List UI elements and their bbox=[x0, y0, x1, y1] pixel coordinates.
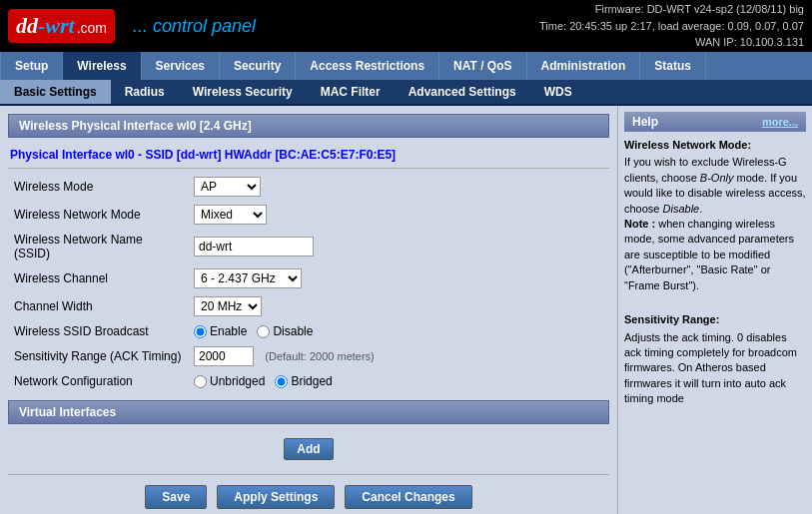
add-button-row: Add bbox=[8, 430, 609, 468]
ssid-broadcast-radio-group: Enable Disable bbox=[194, 324, 603, 338]
field-label-ssid-broadcast: Wireless SSID Broadcast bbox=[8, 320, 188, 342]
ssid-broadcast-enable-radio[interactable] bbox=[194, 325, 207, 338]
header: dd-wrt.com ... control panel Firmware: D… bbox=[0, 0, 812, 52]
logo-box: dd-wrt.com bbox=[8, 9, 115, 43]
tab-basic-settings[interactable]: Basic Settings bbox=[0, 80, 111, 104]
nav-security[interactable]: Security bbox=[220, 52, 296, 80]
network-config-bridged-label[interactable]: Bridged bbox=[275, 374, 332, 388]
field-value-sensitivity: (Default: 2000 meters) bbox=[188, 342, 609, 370]
logo-wrt: -wrt bbox=[38, 13, 75, 38]
logo-com: .com bbox=[77, 20, 107, 36]
wireless-channel-select[interactable]: 6 - 2.437 GHz 1 - 2.412 GHz 11 - 2.462 G… bbox=[194, 268, 302, 288]
help-section-title-2: Sensitivity Range: bbox=[624, 312, 806, 327]
channel-width-select[interactable]: 20 MHz 40 MHz bbox=[194, 296, 262, 316]
wan-ip-text: WAN IP: 10.100.3.131 bbox=[539, 34, 804, 51]
network-config-radio-group: Unbridged Bridged bbox=[194, 374, 603, 388]
table-row: Channel Width 20 MHz 40 MHz bbox=[8, 292, 609, 320]
help-section-body-2: Adjusts the ack timing. 0 disables ack t… bbox=[624, 330, 806, 407]
ssid-broadcast-disable-radio[interactable] bbox=[257, 325, 270, 338]
nav-wireless[interactable]: Wireless bbox=[63, 52, 141, 80]
save-button[interactable]: Save bbox=[145, 485, 207, 509]
field-label-ssid: Wireless Network Name (SSID) bbox=[8, 229, 188, 264]
ssid-broadcast-disable-label[interactable]: Disable bbox=[257, 324, 313, 338]
ssid-broadcast-enable-label[interactable]: Enable bbox=[194, 324, 247, 338]
help-panel: Help more... Wireless Network Mode: If y… bbox=[617, 106, 812, 514]
field-label-channel: Wireless Channel bbox=[8, 264, 188, 292]
field-label-channel-width: Channel Width bbox=[8, 292, 188, 320]
table-row: Wireless Network Mode Mixed B-Only G-Onl… bbox=[8, 201, 609, 229]
field-label-wireless-mode: Wireless Mode bbox=[8, 173, 188, 201]
table-row: Network Configuration Unbridged Bridged bbox=[8, 370, 609, 392]
nav-nat-qos[interactable]: NAT / QoS bbox=[439, 52, 526, 80]
apply-settings-button[interactable]: Apply Settings bbox=[217, 485, 335, 509]
tab-advanced-settings[interactable]: Advanced Settings bbox=[395, 80, 530, 104]
virtual-interfaces-header: Virtual Interfaces bbox=[8, 400, 609, 424]
time-text: Time: 20:45:35 up 2:17, load average: 0.… bbox=[539, 18, 804, 35]
field-value-ssid bbox=[188, 229, 609, 264]
cancel-changes-button[interactable]: Cancel Changes bbox=[345, 485, 471, 509]
virtual-interfaces-section: Virtual Interfaces Add bbox=[8, 400, 609, 468]
network-config-unbridged-label[interactable]: Unbridged bbox=[194, 374, 265, 388]
help-title: Help bbox=[632, 115, 658, 129]
firmware-text: Firmware: DD-WRT v24-sp2 (12/08/11) big bbox=[539, 1, 804, 18]
logo-dd: dd bbox=[16, 13, 38, 38]
action-bar: Save Apply Settings Cancel Changes bbox=[8, 474, 609, 514]
nav-services[interactable]: Services bbox=[142, 52, 220, 80]
network-config-bridged-radio[interactable] bbox=[275, 375, 288, 388]
main-content: Wireless Physical Interface wl0 [2.4 GHz… bbox=[0, 106, 617, 514]
add-virtual-interface-button[interactable]: Add bbox=[284, 438, 333, 460]
help-content: Wireless Network Mode: If you wish to ex… bbox=[624, 138, 806, 407]
help-section-title-1: Wireless Network Mode: bbox=[624, 138, 806, 153]
table-row: Wireless Network Name (SSID) bbox=[8, 229, 609, 264]
content-wrapper: Wireless Physical Interface wl0 [2.4 GHz… bbox=[0, 106, 812, 514]
table-row: Wireless Mode AP Client Ad-Hoc bbox=[8, 173, 609, 201]
field-value-channel: 6 - 2.437 GHz 1 - 2.412 GHz 11 - 2.462 G… bbox=[188, 264, 609, 292]
field-value-network-mode: Mixed B-Only G-Only N-Only Disabled bbox=[188, 201, 609, 229]
table-row: Wireless SSID Broadcast Enable Disable bbox=[8, 320, 609, 342]
nav-setup[interactable]: Setup bbox=[0, 52, 63, 80]
ssid-input[interactable] bbox=[194, 237, 314, 257]
table-row: Wireless Channel 6 - 2.437 GHz 1 - 2.412… bbox=[8, 264, 609, 292]
header-info: Firmware: DD-WRT v24-sp2 (12/08/11) big … bbox=[539, 1, 804, 51]
table-row: Sensitivity Range (ACK Timing) (Default:… bbox=[8, 342, 609, 370]
help-section-body-1: If you wish to exclude Wireless-G client… bbox=[624, 155, 806, 293]
logo-area: dd-wrt.com ... control panel bbox=[8, 9, 256, 43]
control-panel-text: ... control panel bbox=[133, 16, 256, 37]
help-header: Help more... bbox=[624, 112, 806, 132]
help-more-link[interactable]: more... bbox=[762, 116, 798, 128]
field-label-sensitivity: Sensitivity Range (ACK Timing) bbox=[8, 342, 188, 370]
wireless-mode-select[interactable]: AP Client Ad-Hoc bbox=[194, 177, 261, 197]
network-config-unbridged-radio[interactable] bbox=[194, 375, 207, 388]
nav-status[interactable]: Status bbox=[640, 52, 706, 80]
field-label-network-mode: Wireless Network Mode bbox=[8, 201, 188, 229]
tab-radius[interactable]: Radius bbox=[111, 80, 179, 104]
field-label-network-config: Network Configuration bbox=[8, 370, 188, 392]
field-value-wireless-mode: AP Client Ad-Hoc bbox=[188, 173, 609, 201]
sensitivity-input[interactable] bbox=[194, 346, 254, 366]
main-nav: Setup Wireless Services Security Access … bbox=[0, 52, 812, 80]
nav-administration[interactable]: Administration bbox=[527, 52, 641, 80]
field-value-channel-width: 20 MHz 40 MHz bbox=[188, 292, 609, 320]
sensitivity-default-note: (Default: 2000 meters) bbox=[257, 350, 374, 362]
tab-wds[interactable]: WDS bbox=[530, 80, 586, 104]
field-value-network-config: Unbridged Bridged bbox=[188, 370, 609, 392]
wireless-network-mode-select[interactable]: Mixed B-Only G-Only N-Only Disabled bbox=[194, 205, 267, 225]
tab-wireless-security[interactable]: Wireless Security bbox=[179, 80, 307, 104]
settings-table: Wireless Mode AP Client Ad-Hoc Wireless … bbox=[8, 173, 609, 392]
physical-interface-header: Physical Interface wl0 - SSID [dd-wrt] H… bbox=[8, 144, 609, 169]
field-value-ssid-broadcast: Enable Disable bbox=[188, 320, 609, 342]
physical-interface-section-header: Wireless Physical Interface wl0 [2.4 GHz… bbox=[8, 114, 609, 138]
tab-mac-filter[interactable]: MAC Filter bbox=[307, 80, 395, 104]
sub-nav: Basic Settings Radius Wireless Security … bbox=[0, 80, 812, 106]
nav-access-restrictions[interactable]: Access Restrictions bbox=[296, 52, 439, 80]
